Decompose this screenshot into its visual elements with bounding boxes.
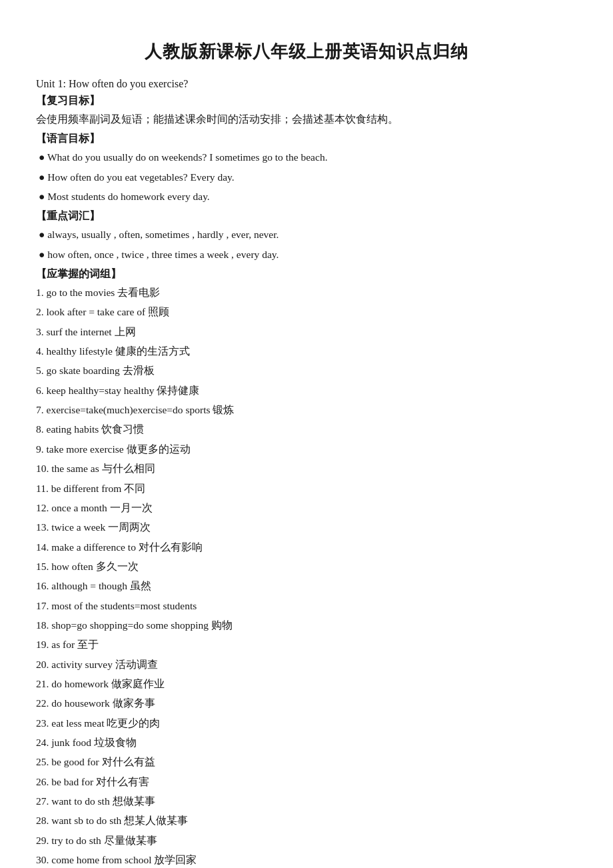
phrases-list: 1. go to the movies 去看电影2. look after = … [36, 284, 577, 868]
phrase-item: 8. eating habits 饮食习惯 [36, 421, 577, 438]
phrase-item: 15. how often 多久一次 [36, 558, 577, 575]
phrase-item: 7. exercise=take(much)exercise=do sports… [36, 401, 577, 419]
phrase-item: 29. try to do sth 尽量做某事 [36, 832, 577, 849]
phrase-item: 13. twice a week 一周两次 [36, 519, 577, 536]
phrase-item: 1. go to the movies 去看电影 [36, 284, 577, 301]
language-bullet-item: ● What do you usually do on weekends? I … [36, 149, 577, 166]
phrase-item: 25. be good for 对什么有益 [36, 753, 577, 771]
phrase-item: 26. be bad for 对什么有害 [36, 773, 577, 791]
phrase-item: 6. keep healthy=stay healthy 保持健康 [36, 382, 577, 399]
phrase-item: 12. once a month 一月一次 [36, 499, 577, 517]
phrase-item: 10. the same as 与什么相同 [36, 460, 577, 477]
phrase-item: 30. come home from school 放学回家 [36, 851, 577, 868]
phrase-item: 24. junk food 垃圾食物 [36, 734, 577, 751]
phrase-item: 20. activity survey 活动调查 [36, 656, 577, 673]
unit-title: Unit 1: How often do you exercise? [36, 78, 577, 90]
phrase-item: 14. make a difference to 对什么有影响 [36, 539, 577, 556]
page-title: 人教版新课标八年级上册英语知识点归纳 [36, 40, 577, 63]
phrase-item: 22. do housework 做家务事 [36, 695, 577, 712]
phrase-item: 19. as for 至于 [36, 636, 577, 653]
phrase-item: 4. healthy lifestyle 健康的生活方式 [36, 343, 577, 360]
vocab-bullet-item: ● how often, once , twice , three times … [36, 246, 577, 263]
language-bullet-item: ● Most students do homework every day. [36, 188, 577, 205]
phrase-item: 27. want to do sth 想做某事 [36, 793, 577, 810]
review-header: 【复习目标】 [36, 94, 577, 108]
vocab-header: 【重点词汇】 [36, 209, 577, 223]
phrase-item: 16. although = though 虽然 [36, 577, 577, 595]
vocab-bullet-item: ● always, usually , often, sometimes , h… [36, 226, 577, 243]
page-container: 人教版新课标八年级上册英语知识点归纳 Unit 1: How often do … [36, 40, 577, 868]
phrases-header: 【应掌握的词组】 [36, 267, 577, 281]
phrase-item: 2. look after = take care of 照顾 [36, 303, 577, 321]
vocab-bullets: ● always, usually , often, sometimes , h… [36, 226, 577, 263]
phrase-item: 21. do homework 做家庭作业 [36, 675, 577, 693]
language-bullet-item: ● How often do you eat vegetables? Every… [36, 169, 577, 186]
phrase-item: 23. eat less meat 吃更少的肉 [36, 715, 577, 732]
phrase-item: 28. want sb to do sth 想某人做某事 [36, 812, 577, 829]
phrase-item: 17. most of the students=most students [36, 597, 577, 615]
phrase-item: 9. take more exercise 做更多的运动 [36, 441, 577, 458]
phrase-item: 18. shop=go shopping=do some shopping 购物 [36, 617, 577, 634]
language-header: 【语言目标】 [36, 132, 577, 146]
phrase-item: 3. surf the internet 上网 [36, 323, 577, 341]
phrase-item: 11. be different from 不同 [36, 480, 577, 497]
review-desc: 会使用频率副词及短语；能描述课余时间的活动安排；会描述基本饮食结构。 [36, 111, 577, 128]
language-bullets: ● What do you usually do on weekends? I … [36, 149, 577, 205]
phrase-item: 5. go skate boarding 去滑板 [36, 362, 577, 379]
